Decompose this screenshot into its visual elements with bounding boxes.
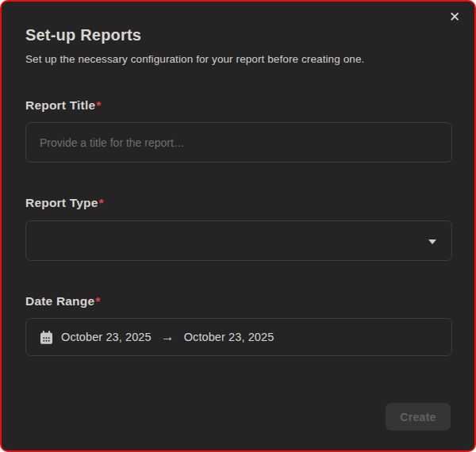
calendar-icon xyxy=(39,330,54,345)
arrow-right-icon: → xyxy=(159,329,177,345)
report-type-select[interactable] xyxy=(25,220,452,261)
modal-subtitle: Set up the necessary configuration for y… xyxy=(25,53,451,65)
start-date: October 23, 2025 xyxy=(61,331,152,343)
end-date: October 23, 2025 xyxy=(184,331,274,343)
date-range-label-text: Date Range xyxy=(25,294,94,308)
required-asterisk: * xyxy=(96,98,101,112)
create-button[interactable]: Create xyxy=(386,403,451,431)
required-asterisk: * xyxy=(95,294,100,308)
date-range-label: Date Range* xyxy=(25,294,451,308)
required-asterisk: * xyxy=(98,196,103,209)
date-range-picker[interactable]: October 23, 2025 → October 23, 2025 xyxy=(25,318,452,356)
close-icon[interactable]: ✕ xyxy=(445,7,464,26)
modal-title: Set-up Reports xyxy=(25,26,451,44)
report-type-label-text: Report Type xyxy=(25,196,98,209)
chevron-down-icon xyxy=(428,239,436,244)
modal-footer: Create xyxy=(25,403,451,431)
report-title-label-text: Report Title xyxy=(25,98,95,112)
setup-reports-modal: ✕ Set-up Reports Set up the necessary co… xyxy=(0,0,476,452)
report-title-label: Report Title* xyxy=(25,98,451,113)
report-type-label: Report Type* xyxy=(25,196,451,210)
report-title-input[interactable] xyxy=(25,122,452,163)
